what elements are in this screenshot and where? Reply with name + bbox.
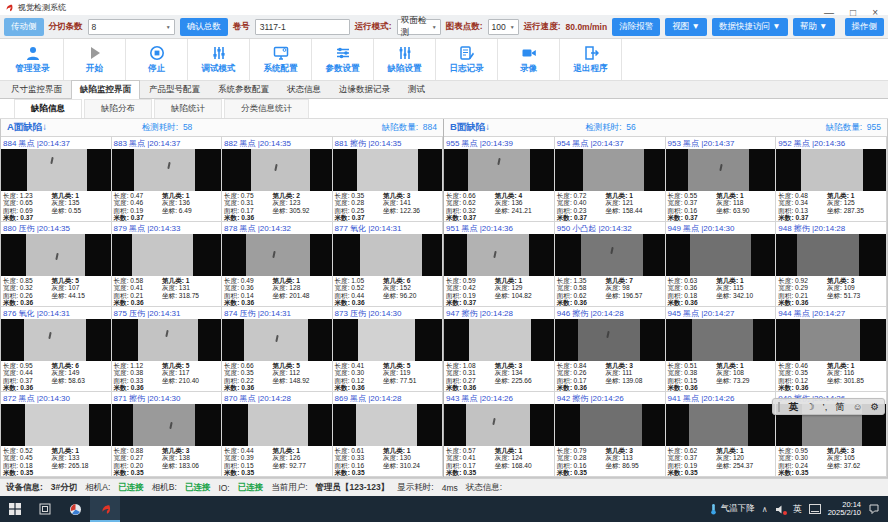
defect-cell[interactable]: 944 黑点 |20:14:27长度: 0.46第几类: 1宽度: 0.35灰度… xyxy=(776,307,887,392)
defect-cell[interactable]: 882 黑点 |20:14:35长度: 0.75第几类: 2宽度: 0.31灰度… xyxy=(222,137,333,222)
defect-cell[interactable]: 884 黑点 |20:14:37长度: 1.23第几类: 1宽度: 0.65灰度… xyxy=(1,137,112,222)
action-log[interactable]: 日志记录 xyxy=(436,39,498,80)
notification-center-icon[interactable] xyxy=(868,503,880,515)
sub-tab-1[interactable]: 缺陷分布 xyxy=(84,99,152,118)
defect-cell[interactable]: 879 黑点 |20:14:33长度: 0.58第几类: 1宽度: 0.41灰度… xyxy=(112,222,223,307)
action-user[interactable]: 管理登录 xyxy=(2,39,64,80)
action-monitor[interactable]: 系统配置 xyxy=(250,39,312,80)
defect-cell[interactable]: 874 压伤 |20:14:31长度: 0.66第几类: 5宽度: 0.35灰度… xyxy=(222,307,333,392)
defect-cell[interactable]: 952 黑点 |20:14:36长度: 0.48第几类: 1宽度: 0.34灰度… xyxy=(776,137,887,222)
toolbar-settings: 传动侧 分切条数 8▼ 确认总数 卷号 3117-1 运行模式: 双面检测▼ 图… xyxy=(0,15,888,39)
defect-cell[interactable]: 941 黑点 |20:14:26长度: 0.62第几类: 1宽度: 0.37灰度… xyxy=(666,392,777,477)
main-tab-3[interactable]: 系统参数配置 xyxy=(209,80,278,98)
defect-cell[interactable]: 945 黑点 |20:14:27长度: 0.51第几类: 1宽度: 0.38灰度… xyxy=(666,307,777,392)
meta-right xyxy=(827,299,884,306)
confirm-total-button[interactable]: 确认总数 xyxy=(180,18,228,36)
action-play[interactable]: 开始 xyxy=(64,39,126,80)
ime-keyboard-icon[interactable] xyxy=(809,504,821,514)
ime-emoji-icon[interactable]: ☺ xyxy=(853,399,863,414)
defect-image xyxy=(555,404,665,446)
drive-side-button[interactable]: 传动侧 xyxy=(4,18,44,36)
operator-side-button[interactable]: 操作侧 xyxy=(845,18,885,36)
meta-left: 宽度: 0.38 xyxy=(668,369,717,376)
weather-widget[interactable]: 气温下降 xyxy=(709,503,755,515)
meta-left: 面积: 0.12 xyxy=(778,377,827,384)
defect-cell[interactable]: 950 小凸起 |20:14:32长度: 1.35第几类: 7宽度: 0.58灰… xyxy=(555,222,666,307)
defect-cell[interactable]: 954 黑点 |20:14:37长度: 0.72第几类: 1宽度: 0.40灰度… xyxy=(555,137,666,222)
defect-cell[interactable]: 942 擦伤 |20:14:26长度: 0.79第几类: 3宽度: 0.28灰度… xyxy=(555,392,666,477)
task-view-button[interactable] xyxy=(30,496,60,522)
ime-fullwidth-moon-icon[interactable]: ☽ xyxy=(806,399,815,414)
sub-tab-0[interactable]: 缺陷信息 xyxy=(14,99,82,118)
defect-cell[interactable]: 876 氧化 |20:14:31长度: 0.95第几类: 6宽度: 0.44灰度… xyxy=(1,307,112,392)
defect-cell[interactable]: 872 黑点 |20:14:30长度: 0.52第几类: 1宽度: 0.45灰度… xyxy=(1,392,112,477)
chart-points-select[interactable]: 100▼ xyxy=(488,19,519,35)
main-tab-1[interactable]: 缺陷监控界面 xyxy=(71,80,140,99)
ime-punctuation-icon[interactable]: ’, xyxy=(823,399,828,414)
action-equalizer[interactable]: 缺陷设置 xyxy=(374,39,436,80)
defect-cell[interactable]: 946 擦伤 |20:14:28长度: 0.84第几类: 3宽度: 0.26灰度… xyxy=(555,307,666,392)
start-button[interactable] xyxy=(0,496,30,522)
action-camera[interactable]: 录像 xyxy=(498,39,560,80)
main-tab-2[interactable]: 产品型号配置 xyxy=(140,80,209,98)
main-tab-4[interactable]: 状态信息 xyxy=(278,80,330,98)
tray-expand-chevron[interactable]: ∧ xyxy=(762,505,768,514)
defect-meta: 长度: 0.85第几类: 5宽度: 0.32灰度: 107面积: 0.26坐标:… xyxy=(1,276,111,306)
defect-cell[interactable]: 955 黑点 |20:14:39长度: 0.66第几类: 4宽度: 0.62灰度… xyxy=(444,137,555,222)
defect-cell[interactable]: 949 黑点 |20:14:30长度: 0.63第几类: 1宽度: 0.36灰度… xyxy=(666,222,777,307)
meta-left: 宽度: 0.35 xyxy=(224,369,273,376)
ime-settings-gear-icon[interactable]: ⚙ xyxy=(870,399,879,414)
taskbar-app-browser[interactable] xyxy=(60,496,90,522)
defect-meta: 长度: 0.48第几类: 1宽度: 0.34灰度: 125面积: 0.13坐标:… xyxy=(776,191,886,221)
defect-cell[interactable]: 948 擦伤 |20:14:28长度: 0.92第几类: 3宽度: 0.29灰度… xyxy=(776,222,887,307)
main-tab-5[interactable]: 边缘数据记录 xyxy=(330,80,399,98)
defect-cell[interactable]: 877 氧化 |20:14:31长度: 1.05第几类: 6宽度: 0.52灰度… xyxy=(333,222,444,307)
meta-left: 面积: 0.21 xyxy=(114,292,163,299)
ime-language-indicator[interactable]: 英 xyxy=(793,503,802,516)
clear-alarm-button[interactable]: 清除报警 xyxy=(612,18,660,36)
view-menu-button[interactable]: 视图 ▼ xyxy=(665,18,707,36)
help-menu-button[interactable]: 帮助 ▼ xyxy=(793,18,835,36)
panel-b-grid: 955 黑点 |20:14:39长度: 0.66第几类: 4宽度: 0.62灰度… xyxy=(444,137,887,477)
action-sliders[interactable]: 参数设置 xyxy=(312,39,374,80)
slit-count-select[interactable]: 8▼ xyxy=(88,19,175,35)
meta-left: 面积: 0.19 xyxy=(114,207,163,214)
ime-simplified-toggle[interactable]: 简 xyxy=(835,399,845,414)
defect-cell[interactable]: 871 擦伤 |20:14:30长度: 0.88第几类: 3宽度: 0.27灰度… xyxy=(112,392,223,477)
meta-right: 坐标: 158.44 xyxy=(605,207,662,214)
defect-cell[interactable]: 878 黑点 |20:14:32长度: 0.49第几类: 1宽度: 0.36灰度… xyxy=(222,222,333,307)
defect-cell[interactable]: 953 黑点 |20:14:37长度: 0.55第几类: 1宽度: 0.37灰度… xyxy=(666,137,777,222)
defect-meta: 长度: 0.35第几类: 3宽度: 0.28灰度: 141面积: 0.25坐标:… xyxy=(333,191,443,221)
action-stop[interactable]: 停止 xyxy=(126,39,188,80)
sub-tab-2[interactable]: 缺陷统计 xyxy=(154,99,222,118)
maximize-button[interactable]: □ xyxy=(850,8,856,18)
speaker-icon[interactable] xyxy=(775,504,786,515)
defect-cell[interactable]: 870 黑点 |20:14:28长度: 0.44第几类: 1宽度: 0.39灰度… xyxy=(222,392,333,477)
defect-cell[interactable]: 881 擦伤 |20:14:35长度: 0.35第几类: 3宽度: 0.28灰度… xyxy=(333,137,444,222)
defect-cell[interactable]: 873 压伤 |20:14:30长度: 0.41第几类: 5宽度: 0.30灰度… xyxy=(333,307,444,392)
defect-cell[interactable]: 943 黑点 |20:14:26长度: 0.57第几类: 1宽度: 0.41灰度… xyxy=(444,392,555,477)
sub-tab-3[interactable]: 分类信息统计 xyxy=(224,99,309,118)
meta-right xyxy=(52,384,109,391)
defect-cell[interactable]: 951 黑点 |20:14:36长度: 0.59第几类: 1宽度: 0.42灰度… xyxy=(444,222,555,307)
defect-cell[interactable]: 880 压伤 |20:14:35长度: 0.85第几类: 5宽度: 0.32灰度… xyxy=(1,222,112,307)
defect-cell[interactable]: 869 黑点 |20:14:28长度: 0.61第几类: 1宽度: 0.33灰度… xyxy=(333,392,444,477)
meta-right: 灰度: 131 xyxy=(162,284,219,291)
action-tune[interactable]: 调试模式 xyxy=(188,39,250,80)
close-button[interactable]: × xyxy=(872,8,878,18)
minimize-button[interactable]: — xyxy=(824,8,834,18)
defect-cell[interactable]: 883 黑点 |20:14:37长度: 0.47第几类: 1宽度: 0.46灰度… xyxy=(112,137,223,222)
run-mode-select[interactable]: 双面检测▼ xyxy=(397,19,441,35)
main-tab-0[interactable]: 尺寸监控界面 xyxy=(2,80,71,98)
taskbar-app-inspection-active[interactable] xyxy=(90,496,120,522)
clock-widget[interactable]: 20:14 2025/2/10 xyxy=(828,501,861,518)
meta-left: 长度: 0.35 xyxy=(335,192,384,199)
data-shortcut-menu-button[interactable]: 数据快捷访问 ▼ xyxy=(712,18,788,36)
ime-grip[interactable] xyxy=(778,402,780,412)
main-tab-6[interactable]: 测试 xyxy=(399,80,434,98)
defect-cell[interactable]: 875 压伤 |20:14:31长度: 1.12第几类: 5宽度: 0.38灰度… xyxy=(112,307,223,392)
action-exit[interactable]: 退出程序 xyxy=(560,39,622,80)
roll-number-input[interactable]: 3117-1 xyxy=(255,19,350,35)
ime-lang-toggle[interactable]: 英 xyxy=(788,399,798,414)
defect-cell[interactable]: 947 擦伤 |20:14:28长度: 1.08第几类: 3宽度: 0.31灰度… xyxy=(444,307,555,392)
